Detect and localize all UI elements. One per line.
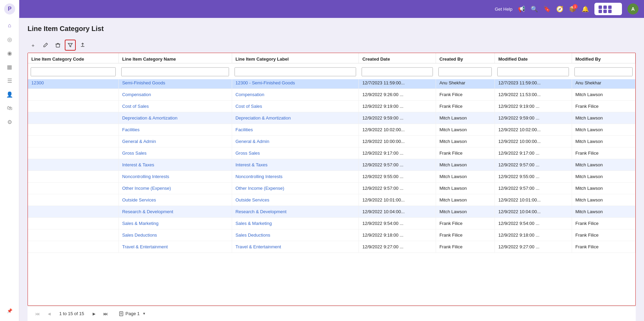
cell-label_col[interactable]: General & Admin bbox=[232, 136, 359, 147]
search-icon[interactable]: 🔍 bbox=[531, 6, 538, 13]
cell-label_col[interactable]: Depreciation & Amortization bbox=[232, 112, 359, 124]
cell-name[interactable]: General & Admin bbox=[118, 136, 232, 147]
box-icon[interactable]: 📦 1 bbox=[569, 6, 576, 13]
export-button[interactable] bbox=[77, 40, 88, 51]
sidebar-list-icon[interactable]: ☰ bbox=[3, 74, 16, 87]
sidebar-gear-icon[interactable]: ⚙ bbox=[3, 116, 16, 128]
cell-name[interactable]: Sales & Marketing bbox=[118, 218, 232, 229]
cell-name[interactable]: Research & Development bbox=[118, 206, 232, 218]
cell-label_col[interactable]: Research & Development bbox=[232, 206, 359, 218]
user-avatar[interactable]: A bbox=[627, 3, 638, 14]
cell-label_col[interactable]: Other Income (Expense) bbox=[232, 183, 359, 194]
table-row[interactable]: Travel & EntertainmentTravel & Entertain… bbox=[28, 241, 635, 253]
cell-label_col[interactable]: Gross Sales bbox=[232, 147, 359, 159]
cell-name[interactable]: Interest & Taxes bbox=[118, 159, 232, 171]
cell-code[interactable] bbox=[28, 124, 118, 136]
cell-label_col[interactable]: Sales & Marketing bbox=[232, 218, 359, 229]
filter-created-by[interactable] bbox=[436, 66, 495, 80]
table-row[interactable]: CompensationCompensation12/9/2022 9:26:0… bbox=[28, 89, 635, 101]
cell-code[interactable] bbox=[28, 206, 118, 218]
filter-label[interactable] bbox=[232, 66, 359, 80]
table-row[interactable]: Other Income (Expense)Other Income (Expe… bbox=[28, 183, 635, 194]
table-row[interactable]: Sales DeductionsSales Deductions12/9/202… bbox=[28, 229, 635, 241]
edit-button[interactable] bbox=[40, 40, 51, 51]
cell-name[interactable]: Depreciation & Amortization bbox=[118, 112, 232, 124]
cell-label_col[interactable]: Cost of Sales bbox=[232, 101, 359, 112]
prev-page-button[interactable]: ◄ bbox=[45, 309, 54, 318]
next-page-button[interactable]: ► bbox=[90, 309, 98, 318]
sidebar-circle-icon[interactable]: ◎ bbox=[3, 33, 16, 45]
table-row[interactable]: FacilitiesFacilities12/9/2022 10:02:00..… bbox=[28, 124, 635, 136]
cell-code[interactable] bbox=[28, 89, 118, 101]
table-row[interactable]: Noncontrolling InterestsNoncontrolling I… bbox=[28, 171, 635, 183]
filter-button[interactable] bbox=[65, 40, 76, 51]
cell-label_col[interactable]: Noncontrolling Interests bbox=[232, 171, 359, 183]
filter-modified-by-input[interactable] bbox=[574, 68, 632, 76]
cell-label_col[interactable]: Facilities bbox=[232, 124, 359, 136]
table-row[interactable]: Outside ServicesOutside Services12/9/202… bbox=[28, 194, 635, 206]
megaphone-icon[interactable]: 📢 bbox=[518, 6, 525, 13]
cell-name[interactable]: Travel & Entertainment bbox=[118, 241, 232, 253]
filter-label-input[interactable] bbox=[235, 68, 356, 76]
table-row[interactable]: Research & DevelopmentResearch & Develop… bbox=[28, 206, 635, 218]
cell-name[interactable]: Sales Deductions bbox=[118, 229, 232, 241]
filter-modified-date-input[interactable] bbox=[497, 68, 569, 76]
app-logo[interactable]: P bbox=[3, 3, 16, 15]
cell-code[interactable] bbox=[28, 147, 118, 159]
data-table-container[interactable]: Line Item Category Code Line Item Catego… bbox=[28, 53, 636, 306]
sidebar-bag-icon[interactable]: 🛍 bbox=[3, 102, 16, 114]
sidebar-home-icon[interactable]: ⌂ bbox=[3, 19, 16, 32]
get-help-link[interactable]: Get Help bbox=[495, 7, 512, 12]
cell-code[interactable] bbox=[28, 112, 118, 124]
sidebar-pin-icon[interactable]: 📌 bbox=[3, 304, 16, 317]
filter-code-input[interactable] bbox=[31, 68, 116, 76]
cell-code[interactable] bbox=[28, 101, 118, 112]
cell-name[interactable]: Gross Sales bbox=[118, 147, 232, 159]
filter-name-input[interactable] bbox=[121, 68, 229, 76]
cell-label_col[interactable]: Compensation bbox=[232, 89, 359, 101]
cell-label_col[interactable]: Interest & Taxes bbox=[232, 159, 359, 171]
filter-created-by-input[interactable] bbox=[438, 68, 492, 76]
table-row[interactable]: Gross SalesGross Sales12/9/2022 9:17:00 … bbox=[28, 147, 635, 159]
table-row[interactable]: Interest & TaxesInterest & Taxes12/9/202… bbox=[28, 159, 635, 171]
filter-modified-date[interactable] bbox=[495, 66, 572, 80]
bell-icon[interactable]: 🔔 bbox=[582, 6, 589, 13]
table-row[interactable]: Cost of SalesCost of Sales12/9/2022 9:19… bbox=[28, 101, 635, 112]
cell-code[interactable] bbox=[28, 194, 118, 206]
page-dropdown-button[interactable]: ▼ bbox=[141, 311, 147, 317]
filter-name[interactable] bbox=[118, 66, 232, 80]
filter-created-date[interactable] bbox=[359, 66, 436, 80]
first-page-button[interactable]: ⏮ bbox=[33, 309, 42, 318]
cell-label_col[interactable]: Sales Deductions bbox=[232, 229, 359, 241]
cell-name[interactable]: Noncontrolling Interests bbox=[118, 171, 232, 183]
compass-icon[interactable]: 🧭 bbox=[556, 6, 563, 13]
filter-code[interactable] bbox=[28, 66, 118, 80]
cell-code[interactable] bbox=[28, 159, 118, 171]
cell-code[interactable] bbox=[28, 136, 118, 147]
last-page-button[interactable]: ⏭ bbox=[101, 309, 110, 318]
cell-name[interactable]: Compensation bbox=[118, 89, 232, 101]
bookmark-icon[interactable]: 🔖 bbox=[543, 6, 551, 13]
sidebar-person-icon[interactable]: 👤 bbox=[3, 88, 16, 101]
cell-code[interactable] bbox=[28, 218, 118, 229]
cell-code[interactable] bbox=[28, 183, 118, 194]
cell-name[interactable]: Facilities bbox=[118, 124, 232, 136]
cell-label_col[interactable]: Outside Services bbox=[232, 194, 359, 206]
cell-code[interactable] bbox=[28, 171, 118, 183]
app-switcher[interactable] bbox=[594, 3, 622, 15]
cell-name[interactable]: Cost of Sales bbox=[118, 101, 232, 112]
delete-button[interactable] bbox=[52, 40, 63, 51]
cell-code[interactable] bbox=[28, 241, 118, 253]
sidebar-target-icon[interactable]: ◉ bbox=[3, 47, 16, 59]
cell-code[interactable] bbox=[28, 229, 118, 241]
filter-modified-by[interactable] bbox=[572, 66, 635, 80]
table-row[interactable]: General & AdminGeneral & Admin12/9/2022 … bbox=[28, 136, 635, 147]
sidebar-grid-icon[interactable]: ▦ bbox=[3, 61, 16, 73]
add-button[interactable]: + bbox=[28, 40, 39, 51]
cell-name[interactable]: Outside Services bbox=[118, 194, 232, 206]
table-row[interactable]: Sales & MarketingSales & Marketing12/9/2… bbox=[28, 218, 635, 229]
cell-name[interactable]: Other Income (Expense) bbox=[118, 183, 232, 194]
table-row[interactable]: Depreciation & AmortizationDepreciation … bbox=[28, 112, 635, 124]
cell-label_col[interactable]: Travel & Entertainment bbox=[232, 241, 359, 253]
filter-created-date-input[interactable] bbox=[362, 68, 433, 76]
